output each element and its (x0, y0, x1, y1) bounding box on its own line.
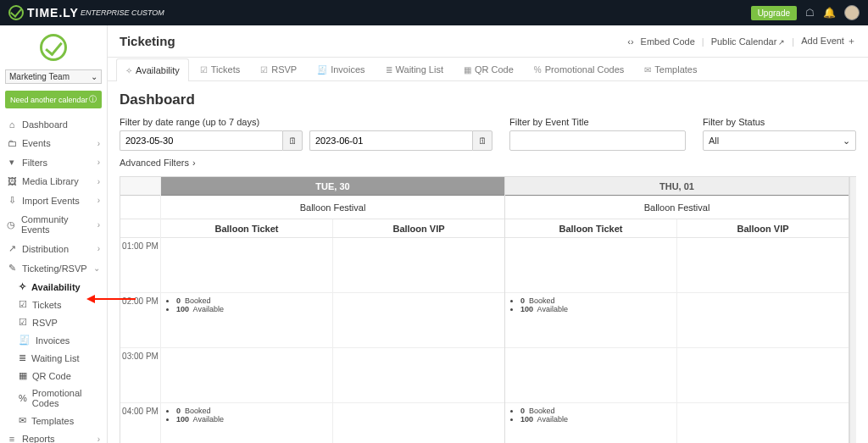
team-select[interactable]: Marketing Team ⌄ (5, 69, 102, 84)
time-slot[interactable] (505, 238, 676, 293)
tab-waiting[interactable]: ≣Waiting List (376, 58, 453, 80)
tab-availability[interactable]: ✧Availability (116, 58, 189, 81)
time-slot[interactable]: 0 Booked 100 Available (505, 403, 676, 443)
time-slot[interactable] (333, 238, 504, 293)
sidebar-item-distribution[interactable]: ↗Distribution› (0, 239, 107, 258)
main: Ticketing ‹› Embed Code | Public Calenda… (108, 25, 868, 443)
tab-invoices[interactable]: 🧾Invoices (308, 58, 374, 80)
public-calendar-link[interactable]: Public Calendar↗ (711, 36, 786, 47)
time-slot[interactable] (505, 348, 676, 403)
sidebar-item-import[interactable]: ⇩Import Events› (0, 191, 107, 210)
tab-templates[interactable]: ✉Templates (635, 58, 706, 80)
upgrade-button[interactable]: Upgrade (751, 6, 797, 20)
sidebar-item-dashboard[interactable]: ⌂Dashboard (0, 115, 107, 134)
qrcode-icon: ▦ (464, 65, 471, 75)
hour-label: 02:00 PM (120, 293, 160, 348)
sidebar-item-filters[interactable]: ▾Filters› (0, 152, 107, 172)
submenu-tickets[interactable]: ☑Tickets (0, 296, 107, 313)
sidebar-item-media[interactable]: 🖼Media Library› (0, 172, 107, 191)
submenu-invoices[interactable]: 🧾Invoices (0, 331, 107, 349)
qrcode-icon: ▦ (19, 370, 27, 381)
check-icon: ☑ (200, 65, 208, 75)
tab-label: RSVP (271, 64, 297, 75)
time-slot[interactable]: 0 Booked 100 Available (161, 403, 332, 443)
ticket-type-header: Balloon Ticket (161, 219, 333, 237)
time-slot[interactable] (677, 238, 849, 293)
brand-subtitle: ENTERPRISE CUSTOM (81, 8, 164, 17)
available-label: Available (193, 415, 224, 424)
need-calendar-button[interactable]: Need another calendar ⓘ (5, 91, 102, 108)
mail-icon: ✉ (19, 415, 26, 426)
time-slot[interactable] (333, 348, 504, 403)
sidebar-item-label: Distribution (22, 244, 69, 254)
tab-tickets[interactable]: ☑Tickets (191, 58, 249, 80)
time-slot[interactable] (677, 293, 849, 348)
advanced-filters-toggle[interactable]: Advanced Filters › (120, 158, 856, 168)
availability-grid: 01:00 PM 02:00 PM 03:00 PM 04:00 PM TUE,… (120, 176, 856, 443)
sidebar-item-events[interactable]: 🗀Events› (0, 134, 107, 152)
available-count: 100 (520, 415, 533, 424)
bell-icon[interactable]: 🔔 (823, 7, 836, 19)
tab-rsvp[interactable]: ☑RSVP (251, 58, 306, 80)
add-event-link[interactable]: Add Event ＋ (801, 35, 856, 47)
time-slot[interactable] (333, 293, 504, 348)
date-filter-label: Filter by date range (up to 7 days) (120, 117, 492, 127)
download-icon: ⇩ (7, 195, 17, 206)
hour-label: 01:00 PM (120, 238, 160, 293)
time-slot[interactable] (677, 403, 849, 443)
submenu-label: Tickets (32, 300, 61, 310)
check-icon: ☑ (19, 317, 27, 328)
user-icon[interactable]: ☖ (805, 7, 815, 19)
tab-label: Tickets (211, 64, 240, 75)
status-filter-label: Filter by Status (703, 117, 856, 127)
available-count: 100 (520, 305, 533, 313)
sidebar-item-ticketing[interactable]: ✎Ticketing/RSVP⌄ (0, 258, 107, 278)
submenu-promo[interactable]: %Promotional Codes (0, 385, 107, 412)
submenu-qrcode[interactable]: ▦QR Code (0, 367, 107, 385)
booked-count: 0 (176, 407, 181, 415)
time-slot[interactable]: 0 Booked 100 Available (505, 293, 676, 348)
tab-promo[interactable]: %Promotional Codes (525, 58, 633, 80)
check-circle-icon (40, 34, 67, 61)
status-filter-select[interactable]: All ⌄ (703, 130, 856, 151)
avatar[interactable] (844, 5, 860, 20)
sidebar-item-label: Reports (22, 434, 55, 443)
submenu-availability[interactable]: ✧Availability (0, 278, 107, 296)
percent-icon: % (534, 65, 542, 75)
info-icon: ⓘ (89, 94, 97, 105)
time-slot[interactable] (161, 238, 332, 293)
event-header: Balloon Festival (161, 196, 504, 219)
submenu-waiting[interactable]: ≣Waiting List (0, 349, 107, 367)
sidebar-item-reports[interactable]: ≡Reports› (0, 429, 107, 443)
time-slot[interactable] (161, 348, 332, 403)
star-icon: ✧ (125, 66, 132, 75)
booked-label: Booked (185, 296, 211, 305)
embed-code-link[interactable]: Embed Code (641, 36, 695, 47)
tab-qrcode[interactable]: ▦QR Code (454, 58, 523, 80)
hour-label: 04:00 PM (120, 403, 160, 443)
sidebar-item-community[interactable]: ◷Community Events› (0, 210, 107, 239)
separator: | (792, 36, 794, 47)
date-from-picker-button[interactable]: 🗓 (282, 130, 303, 151)
date-to-picker-button[interactable]: 🗓 (472, 130, 492, 151)
date-from-input[interactable] (120, 130, 282, 151)
available-count: 100 (176, 415, 189, 424)
time-slot[interactable] (333, 403, 504, 443)
submenu-rsvp[interactable]: ☑RSVP (0, 313, 107, 331)
scrollbar[interactable] (849, 177, 856, 443)
external-link-icon: ↗ (778, 38, 785, 47)
day-column: TUE, 30 Balloon Festival Balloon Ticket … (161, 177, 505, 443)
chevron-right-icon: › (97, 177, 100, 186)
date-to-input[interactable] (309, 130, 472, 151)
separator: | (702, 36, 704, 47)
image-icon: 🖼 (7, 176, 17, 186)
time-slot[interactable] (677, 348, 849, 403)
code-icon: ‹› (627, 36, 633, 47)
plus-icon: ＋ (847, 36, 856, 46)
ticket-type-header: Balloon VIP (333, 219, 504, 237)
tabs: ✧Availability ☑Tickets ☑RSVP 🧾Invoices ≣… (108, 58, 868, 81)
chevron-right-icon: › (97, 196, 100, 205)
submenu-templates[interactable]: ✉Templates (0, 412, 107, 429)
title-filter-input[interactable] (509, 130, 686, 151)
time-slot[interactable]: 0 Booked 100 Available (161, 293, 332, 348)
